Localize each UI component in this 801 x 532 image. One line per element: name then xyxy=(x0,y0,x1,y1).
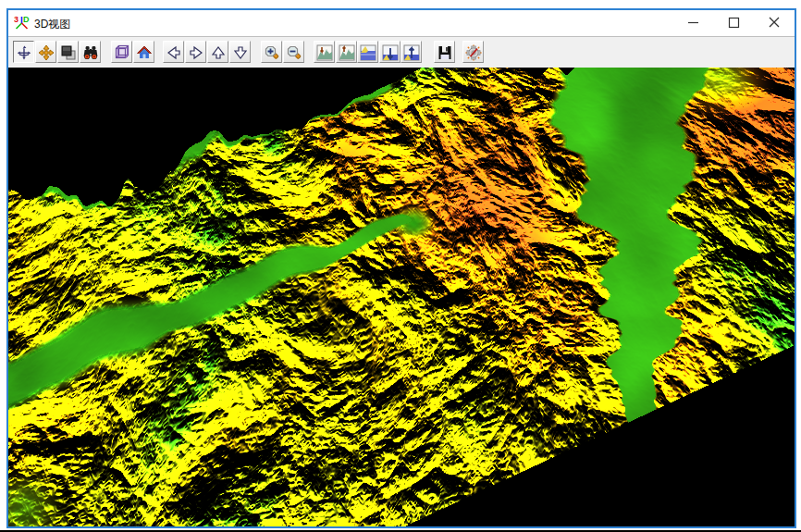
svg-text:3: 3 xyxy=(14,15,18,24)
svg-text:D: D xyxy=(23,15,30,24)
